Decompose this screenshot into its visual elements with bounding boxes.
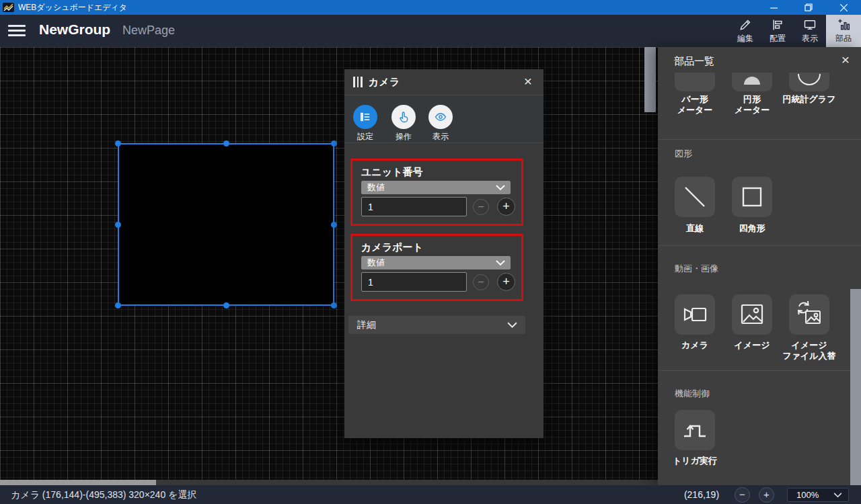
settings-list-icon [359, 110, 372, 124]
bar-meter-icon [681, 73, 708, 85]
chevron-down-icon [496, 260, 505, 266]
unit-number-datatype-select[interactable]: 数値 [361, 181, 511, 194]
minimize-button[interactable] [756, 0, 791, 15]
panel-scrollbar-thumb[interactable] [850, 289, 861, 485]
close-icon: × [524, 73, 532, 89]
tool-arrange-button[interactable]: 配置 [761, 15, 794, 47]
group-media-label: 動画・画像 [675, 263, 718, 275]
tool-parts-button[interactable]: 部品 [826, 15, 861, 47]
zoom-out-button[interactable]: − [735, 487, 750, 503]
camera-port-label: カメラポート [361, 241, 423, 254]
group-shapes-label: 図形 [675, 148, 692, 160]
restore-button[interactable] [791, 0, 826, 15]
dialog-tab-bar: 設定 操作 表示 [344, 96, 544, 143]
part-label: 円統計グラフ [780, 94, 838, 105]
hamburger-icon [8, 25, 26, 27]
hand-icon [397, 110, 410, 124]
tab-operation-label: 操作 [389, 131, 418, 142]
tab-settings[interactable]: 設定 [350, 105, 380, 142]
selection-handle[interactable] [331, 222, 337, 228]
menu-button[interactable] [8, 25, 26, 37]
camera-properties-dialog: カメラ × 設定 操作 [344, 69, 544, 438]
camera-icon [675, 294, 715, 335]
tool-display-label: 表示 [802, 33, 818, 44]
close-button[interactable] [826, 0, 861, 15]
panel-divider [658, 370, 861, 371]
tab-display-label: 表示 [426, 131, 455, 142]
selection-handle[interactable] [115, 302, 121, 308]
part-label: トリガ実行 [666, 456, 724, 466]
chevron-down-icon [496, 185, 505, 191]
parts-panel: 部品一覧 × バー形 メーター 円形 メーター 円統計グラフ [658, 47, 861, 485]
part-trigger-execute[interactable] [675, 410, 715, 450]
unit-number-section: ユニット番号 数値 − + [350, 159, 523, 226]
title-bar: WEBダッシュボードエディタ [0, 0, 861, 15]
part-image-file-swap[interactable] [789, 294, 829, 335]
parts-icon [837, 18, 850, 32]
pencil-icon [739, 18, 752, 32]
trigger-icon [675, 410, 715, 450]
part-label: バー形 メーター [666, 94, 724, 116]
image-swap-icon [789, 294, 829, 335]
group-function-control-label: 機能制御 [675, 388, 710, 400]
unit-number-label: ユニット番号 [361, 166, 422, 179]
minus-icon: − [478, 276, 484, 288]
part-line[interactable] [675, 177, 715, 217]
tab-settings-label: 設定 [350, 131, 380, 142]
camera-port-decrement-button[interactable]: − [473, 274, 489, 290]
parts-panel-title: 部品一覧 [674, 55, 714, 68]
selected-camera-widget[interactable] [118, 143, 334, 306]
close-icon: × [841, 52, 850, 67]
selection-handle[interactable] [223, 140, 229, 146]
zoom-level-select[interactable]: 100% [787, 488, 849, 502]
rectangle-icon [732, 177, 772, 217]
selection-handle[interactable] [331, 302, 337, 308]
part-rectangle[interactable] [732, 177, 772, 217]
canvas-horizontal-scrollbar[interactable] [0, 480, 658, 485]
parts-panel-scroll-area[interactable]: バー形 メーター 円形 メーター 円統計グラフ 図形 直線 四角形 動画・画像 [658, 73, 861, 485]
tool-arrange-label: 配置 [770, 33, 786, 44]
tool-edit-button[interactable]: 編集 [729, 15, 761, 47]
tool-edit-label: 編集 [737, 33, 753, 44]
selection-handle[interactable] [115, 222, 121, 228]
camera-port-increment-button[interactable]: + [497, 273, 515, 291]
chevron-down-icon [507, 322, 517, 329]
unit-number-increment-button[interactable]: + [497, 198, 515, 216]
selection-handle[interactable] [331, 140, 337, 146]
selection-handle[interactable] [223, 302, 229, 308]
part-label: 直線 [666, 223, 724, 234]
header-toolbar: 編集 配置 表示 部品 [729, 15, 861, 47]
pie-stats-icon [789, 73, 829, 91]
selection-handle[interactable] [115, 140, 121, 146]
parts-panel-close-button[interactable]: × [837, 51, 854, 69]
part-label: 四角形 [723, 223, 781, 234]
part-image[interactable] [732, 294, 772, 335]
part-label: 円形 メーター [723, 94, 781, 116]
window-controls [756, 0, 861, 15]
zoom-in-button[interactable]: + [759, 487, 774, 503]
unit-number-input[interactable] [361, 197, 467, 216]
camera-port-input[interactable] [361, 272, 467, 292]
drag-handle-icon[interactable] [353, 77, 363, 87]
unit-number-decrement-button[interactable]: − [473, 199, 489, 215]
canvas-vertical-scrollbar[interactable] [644, 47, 656, 112]
details-toggle[interactable]: 詳細 [348, 316, 525, 334]
part-circular-meter[interactable] [732, 73, 772, 91]
part-pie-stats-graph[interactable] [789, 73, 829, 91]
editor-canvas[interactable] [0, 47, 658, 485]
canvas-horizontal-scrollbar-thumb[interactable] [0, 480, 156, 485]
dialog-header[interactable]: カメラ × [344, 69, 544, 95]
tool-display-button[interactable]: 表示 [794, 15, 826, 47]
status-bar: カメラ (176,144)-(495,383) 320×240 を選択 (216… [0, 485, 861, 504]
tab-operation[interactable]: 操作 [389, 105, 418, 142]
arrange-icon [771, 18, 784, 32]
page-title: NewPage [122, 24, 175, 38]
app-header: NewGroup NewPage 編集 配置 表示 [0, 15, 861, 47]
camera-port-datatype-select[interactable]: 数値 [361, 256, 511, 269]
part-camera[interactable] [675, 294, 715, 335]
dialog-close-button[interactable]: × [519, 73, 537, 90]
tab-display[interactable]: 表示 [426, 105, 455, 142]
part-bar-meter[interactable] [675, 73, 715, 91]
group-title: NewGroup [39, 22, 110, 38]
selection-status: カメラ (176,144)-(495,383) 320×240 を選択 [11, 489, 196, 501]
